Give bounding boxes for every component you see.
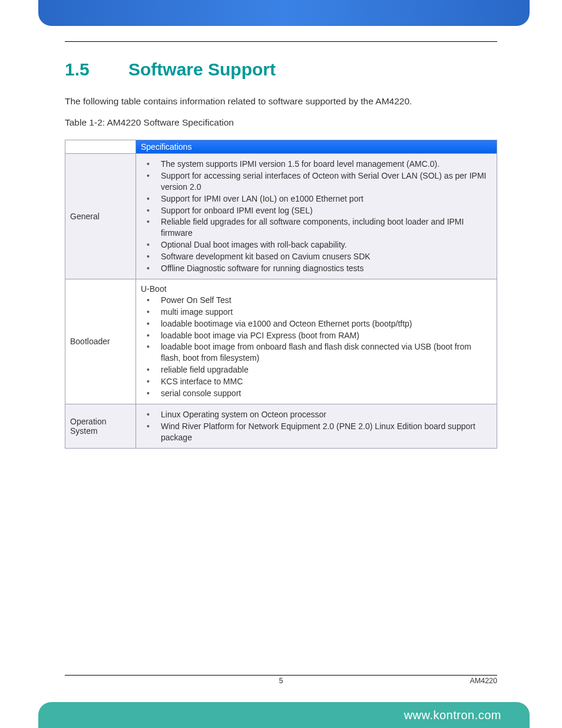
list-item: Power On Self Test bbox=[161, 295, 492, 306]
footer-url: www.kontron.com bbox=[404, 709, 501, 722]
list-item: loadable boot image via PCI Express (boo… bbox=[161, 330, 492, 341]
list-item: Software development kit based on Cavium… bbox=[161, 251, 492, 262]
row-body: Linux Operating system on Octeon process… bbox=[136, 404, 497, 448]
doc-id: AM4220 bbox=[470, 677, 497, 685]
list-item: Support for accessing serial interfaces … bbox=[161, 170, 492, 193]
table-row: General The system supports IPMI version… bbox=[65, 154, 497, 279]
footer-rule: 5 AM4220 bbox=[65, 675, 497, 686]
table-header-row: Specifications bbox=[65, 140, 497, 154]
row-body: The system supports IPMI version 1.5 for… bbox=[136, 154, 497, 279]
table-header-blank bbox=[65, 140, 136, 154]
list-item: loadable boot image from onboard flash a… bbox=[161, 341, 492, 364]
row-category: Bootloader bbox=[65, 279, 136, 404]
list-item: The system supports IPMI version 1.5 for… bbox=[161, 159, 492, 170]
top-banner bbox=[38, 0, 530, 26]
software-spec-table: Specifications General The system suppor… bbox=[65, 140, 497, 449]
list-item: Support for IPMI over LAN (IoL) on e1000… bbox=[161, 193, 492, 205]
list-item: Linux Operating system on Octeon process… bbox=[161, 409, 492, 420]
list-item: Wind River Platform for Network Equipmen… bbox=[161, 421, 492, 443]
list-item: Support for onboard IPMI event log (SEL) bbox=[161, 205, 492, 216]
list-item: serial console support bbox=[161, 388, 492, 399]
bottom-banner: www.kontron.com bbox=[38, 702, 530, 728]
table-row: Bootloader U-Boot Power On Self Test mul… bbox=[65, 279, 497, 404]
list-item: reliable field upgradable bbox=[161, 364, 492, 375]
page-number: 5 bbox=[279, 677, 283, 685]
top-rule bbox=[65, 41, 497, 42]
table-row: Operation System Linux Operating system … bbox=[65, 404, 497, 448]
list-item: Reliable field upgrades for all software… bbox=[161, 216, 492, 239]
prelabel: U-Boot bbox=[141, 284, 492, 294]
list-item: Optional Dual boot images with roll-back… bbox=[161, 239, 492, 251]
bullet-list: Power On Self Test multi image support l… bbox=[141, 295, 492, 399]
section-number: 1.5 bbox=[65, 60, 128, 80]
list-item: multi image support bbox=[161, 307, 492, 318]
bullet-list: Linux Operating system on Octeon process… bbox=[141, 409, 492, 443]
row-category: Operation System bbox=[65, 404, 136, 448]
bullet-list: The system supports IPMI version 1.5 for… bbox=[141, 159, 492, 274]
page-content: 1.5Software Support The following table … bbox=[65, 35, 497, 449]
list-item: KCS interface to MMC bbox=[161, 376, 492, 387]
table-caption: Table 1-2: AM4220 Software Specification bbox=[65, 117, 497, 128]
list-item: loadable bootimage via e1000 and Octeon … bbox=[161, 318, 492, 330]
row-category: General bbox=[65, 154, 136, 279]
row-body: U-Boot Power On Self Test multi image su… bbox=[136, 279, 497, 404]
list-item: Offline Diagnostic software for running … bbox=[161, 263, 492, 274]
section-title: Software Support bbox=[128, 60, 276, 79]
table-header-specs: Specifications bbox=[136, 140, 497, 154]
section-heading: 1.5Software Support bbox=[65, 60, 497, 80]
lead-paragraph: The following table contains information… bbox=[65, 96, 497, 107]
